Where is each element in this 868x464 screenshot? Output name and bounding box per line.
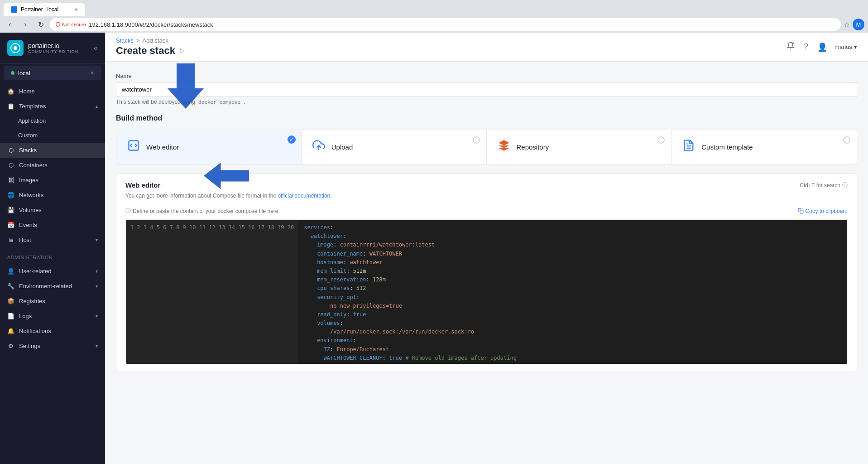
admin-section-label: Administration — [0, 249, 105, 262]
logs-icon: 📄 — [7, 313, 14, 319]
build-method-upload[interactable]: Upload — [302, 130, 487, 164]
sidebar-item-registries[interactable]: 📦 Registries — [0, 294, 105, 309]
profile-avatar[interactable]: M — [853, 19, 864, 30]
sidebar-item-events[interactable]: 📅 Events — [0, 218, 105, 232]
official-docs-link[interactable]: official documentation. — [278, 193, 331, 199]
name-input[interactable] — [116, 82, 857, 97]
sidebar-item-label: Home — [19, 88, 35, 95]
logo-icon — [7, 40, 24, 56]
sidebar-item-settings[interactable]: ⚙ Settings ▾ — [0, 338, 105, 353]
help-button[interactable]: ? — [802, 40, 810, 53]
sidebar-item-home[interactable]: 🏠 Home — [0, 84, 105, 99]
upload-radio — [473, 136, 480, 144]
editor-section: Web editor Ctrl+F for search ⓘ You can g… — [116, 174, 857, 372]
sidebar-item-application[interactable]: Application — [0, 114, 105, 128]
sidebar-item-containers[interactable]: ⬡ Containers — [0, 158, 105, 173]
editor-description: You can get more information about Compo… — [125, 193, 848, 199]
repository-label: Repository — [517, 143, 549, 151]
search-hint: Ctrl+F for search ⓘ — [800, 181, 848, 189]
forward-button[interactable]: › — [19, 18, 32, 31]
sidebar-main-section: 🏠 Home 📋 Templates ▴ Application Custom … — [0, 82, 105, 249]
app-layout: portainer.io COMMUNITY EDITION « local ×… — [0, 33, 868, 464]
svg-point-1 — [14, 46, 17, 50]
sidebar-item-label: Stacks — [19, 147, 37, 154]
repository-icon — [498, 139, 510, 155]
notifications-bell-button[interactable] — [785, 40, 796, 54]
upload-label: Upload — [331, 143, 353, 151]
custom-template-label: Custom template — [701, 143, 753, 151]
breadcrumb: Stacks > Add stack — [116, 37, 184, 44]
build-method-web-editor[interactable]: ✓ Web editor — [116, 130, 302, 164]
url-display: 192.168.1.18:9000/#!/2/docker/stacks/new… — [89, 21, 213, 28]
sidebar-item-label: Networks — [19, 192, 43, 198]
refresh-icon[interactable]: ↻ — [179, 47, 184, 54]
chevron-up-icon: ▴ — [96, 104, 98, 109]
sidebar-item-networks[interactable]: 🌐 Networks — [0, 188, 105, 203]
code-lines-container: 1 2 3 4 5 6 7 8 9 10 11 12 13 14 15 16 1… — [126, 220, 847, 364]
code-editor[interactable]: 1 2 3 4 5 6 7 8 9 10 11 12 13 14 15 16 1… — [125, 219, 848, 364]
svg-rect-7 — [800, 210, 803, 213]
sidebar-item-label: Logs — [19, 313, 32, 319]
chevron-down-icon: ▾ — [96, 314, 98, 319]
sidebar-item-volumes[interactable]: 💾 Volumes — [0, 203, 105, 218]
build-methods-container: ✓ Web editor Upload — [116, 130, 857, 164]
chevron-down-icon: ▾ — [854, 44, 857, 50]
sidebar-item-label: Containers — [19, 162, 48, 169]
templates-icon: 📋 — [7, 103, 14, 110]
build-method-custom-template[interactable]: Custom template — [671, 130, 857, 164]
sidebar-item-custom[interactable]: Custom — [0, 128, 105, 143]
username-dropdown-button[interactable]: marius ▾ — [834, 44, 857, 50]
editor-title: Web editor — [125, 181, 160, 189]
sidebar-collapse-button[interactable]: « — [94, 44, 98, 52]
sidebar-item-user-related[interactable]: 👤 User-related ▾ — [0, 264, 105, 279]
custom-template-icon — [682, 139, 695, 155]
breadcrumb-stacks-link[interactable]: Stacks — [116, 37, 134, 44]
sidebar-item-stacks[interactable]: ⬡ Stacks — [0, 143, 105, 158]
sidebar-item-logs[interactable]: 📄 Logs ▾ — [0, 309, 105, 324]
sidebar-item-notifications[interactable]: 🔔 Notifications — [0, 324, 105, 338]
editor-header: Web editor Ctrl+F for search ⓘ — [125, 181, 848, 189]
editor-header-right: Ctrl+F for search ⓘ — [800, 181, 848, 189]
top-bar-actions: ? 👤 marius ▾ — [785, 40, 857, 54]
address-bar[interactable]: Not secure 192.168.1.18:9000/#!/2/docker… — [50, 18, 841, 31]
bookmark-button[interactable]: ☆ — [844, 20, 850, 29]
sidebar-item-label: Notifications — [19, 328, 51, 334]
sidebar-item-label: Events — [19, 222, 37, 228]
code-content[interactable]: services: watchtower: image: containrrri… — [298, 220, 847, 364]
main-content: Stacks > Add stack Create stack ↻ ? 👤 ma… — [105, 33, 868, 464]
build-method-repository[interactable]: Repository — [487, 130, 672, 164]
sidebar-logo: portainer.io COMMUNITY EDITION « — [0, 33, 105, 64]
tab-label: Portainer | local — [21, 6, 58, 13]
browser-tab[interactable]: Portainer | local × — [4, 3, 85, 16]
events-icon: 📅 — [7, 222, 14, 228]
user-profile-button[interactable]: 👤 — [815, 40, 829, 54]
sidebar-item-environment-related[interactable]: 🔧 Environment-related ▾ — [0, 279, 105, 294]
notifications-icon: 🔔 — [7, 328, 14, 334]
env-close-button[interactable]: × — [91, 69, 94, 77]
env-selector[interactable]: local × — [4, 66, 101, 80]
tab-close-button[interactable]: × — [74, 6, 78, 13]
sidebar: portainer.io COMMUNITY EDITION « local ×… — [0, 33, 105, 464]
host-icon: 🖥 — [7, 237, 14, 243]
registries-icon: 📦 — [7, 298, 14, 304]
sidebar-item-images[interactable]: 🖼 Images — [0, 173, 105, 188]
top-bar: Stacks > Add stack Create stack ↻ ? 👤 ma… — [105, 33, 868, 62]
back-button[interactable]: ‹ — [4, 18, 16, 31]
tab-favicon — [11, 6, 17, 13]
home-icon: 🏠 — [7, 88, 14, 95]
browser-tabs: Portainer | local × — [0, 0, 868, 16]
chevron-down-icon: ▾ — [96, 284, 98, 289]
name-label: Name — [116, 72, 857, 79]
web-editor-icon — [127, 139, 140, 155]
sidebar-item-label: Images — [19, 177, 38, 184]
volumes-icon: 💾 — [7, 207, 14, 213]
reload-button[interactable]: ↻ — [34, 18, 47, 31]
user-icon: 👤 — [7, 268, 14, 275]
sidebar-item-templates[interactable]: 📋 Templates ▴ — [0, 99, 105, 114]
stacks-icon: ⬡ — [7, 147, 14, 154]
images-icon: 🖼 — [7, 177, 14, 184]
content-area: Name This stack will be deployed using d… — [105, 62, 868, 383]
settings-icon: ⚙ — [7, 343, 14, 349]
copy-clipboard-button[interactable]: Copy to clipboard — [798, 208, 848, 214]
sidebar-item-host[interactable]: 🖥 Host ▾ — [0, 232, 105, 247]
